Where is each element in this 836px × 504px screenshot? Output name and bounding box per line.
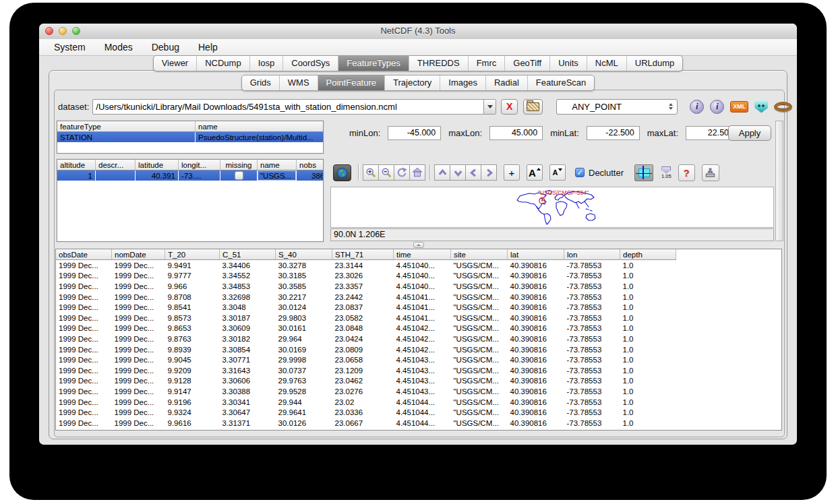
save-image-button[interactable] (702, 164, 719, 181)
pan-down-button[interactable] (450, 164, 466, 181)
font-decrease-button[interactable]: A (549, 164, 566, 181)
info2-button[interactable]: i (710, 100, 724, 114)
menu-system[interactable]: System (44, 40, 95, 55)
feature-type-select[interactable]: ANY_POINT (556, 99, 678, 115)
zoom-in-button[interactable] (363, 164, 379, 181)
table-row[interactable]: 1999 Dec...1999 Dec...9.86533.3060930.01… (56, 323, 676, 334)
max-lon-field[interactable] (489, 126, 543, 140)
apply-button[interactable]: Apply (728, 125, 771, 141)
tab-pointfeature[interactable]: PointFeature (318, 75, 384, 90)
pan-up-button[interactable] (434, 164, 450, 181)
tab-fmrc[interactable]: Fmrc (468, 56, 505, 71)
map-scale-button[interactable]: 1.05 (661, 166, 671, 179)
col-latitude[interactable]: latitude (136, 160, 179, 170)
tab-ncml[interactable]: NcML (587, 56, 626, 71)
col-t-20[interactable]: T_20 (165, 249, 220, 260)
tab-urldump[interactable]: URLdump (626, 56, 683, 71)
clear-dataset-button[interactable]: X (501, 99, 518, 115)
dataset-combobox[interactable] (92, 99, 496, 115)
redo-zoom-button[interactable] (394, 164, 410, 181)
menu-modes[interactable]: Modes (95, 40, 142, 55)
dataset-input[interactable] (93, 100, 483, 114)
font-increase-button[interactable]: A (527, 164, 543, 181)
col-name[interactable]: name (196, 121, 324, 132)
col-time[interactable]: time (394, 249, 451, 260)
pan-right-button[interactable] (481, 164, 497, 181)
table-row[interactable]: 1999 Dec...1999 Dec...9.97773.3455230.31… (56, 271, 676, 282)
menu-debug[interactable]: Debug (142, 40, 189, 55)
declutter-checkbox[interactable]: ✓ (575, 168, 585, 177)
col-depth[interactable]: depth (620, 249, 676, 260)
min-lon-field[interactable] (388, 126, 441, 140)
zoom-out-button[interactable] (378, 164, 394, 181)
col-nomdate[interactable]: nomDate (112, 249, 165, 260)
tab-geotiff[interactable]: GeoTiff (504, 56, 549, 71)
tab-images[interactable]: Images (440, 75, 485, 90)
table-row[interactable]: 1999 Dec...1999 Dec...9.87633.3018229.96… (56, 334, 676, 344)
tab-coordsys[interactable]: CoordSys (282, 56, 338, 71)
close-button[interactable] (45, 27, 53, 35)
divider-collapse-handle[interactable] (413, 242, 424, 248)
table-row[interactable]: 140.391-73...."USGS...38606 (57, 170, 324, 181)
tab-featuretypes[interactable]: FeatureTypes (338, 56, 409, 71)
pan-left-button[interactable] (465, 164, 481, 181)
shield-badge-icon[interactable] (754, 100, 768, 113)
menu-help[interactable]: Help (189, 40, 227, 55)
col-name[interactable]: name (258, 160, 297, 170)
zoom-button[interactable] (72, 27, 80, 35)
table-row[interactable]: STATIONPsuedoStructure(station)/Multid..… (57, 132, 324, 143)
table-row[interactable]: 1999 Dec...1999 Dec...9.93243.3064729.96… (56, 407, 676, 418)
col-descr[interactable]: descr... (96, 160, 136, 170)
col-lat[interactable]: lat (508, 249, 564, 260)
tab-grids[interactable]: Grids (242, 75, 279, 90)
tab-viewer[interactable]: Viewer (154, 56, 197, 71)
home-button[interactable] (409, 164, 425, 181)
globe-projection-button[interactable] (333, 164, 351, 181)
table-row[interactable]: 1999 Dec...1999 Dec...9.91473.3038829.95… (56, 386, 676, 397)
info-button[interactable]: i (690, 100, 704, 114)
xml-button[interactable]: XML (730, 101, 748, 113)
col-nobs[interactable]: nobs (297, 160, 324, 170)
table-row[interactable]: 1999 Dec...1999 Dec...9.85413.304830.012… (56, 302, 676, 313)
col-longit[interactable]: longit... (179, 160, 220, 170)
table-row[interactable]: 1999 Dec...1999 Dec...9.90453.3077129.99… (56, 354, 676, 365)
split-pane-divider[interactable] (55, 241, 782, 248)
tab-iosp[interactable]: Iosp (249, 56, 283, 71)
col-c-51[interactable]: C_51 (220, 249, 276, 260)
help-button[interactable]: ? (678, 164, 695, 181)
reference-box-button[interactable] (634, 164, 653, 181)
table-row[interactable]: 1999 Dec...1999 Dec...9.89393.3085430.01… (56, 344, 676, 355)
add-button[interactable]: + (504, 164, 520, 181)
min-lat-field[interactable] (587, 126, 640, 140)
table-row[interactable]: 1999 Dec...1999 Dec...9.87083.3269830.22… (56, 292, 676, 303)
table-row[interactable]: 1999 Dec...1999 Dec...9.96163.3137130.01… (56, 418, 676, 429)
col-altitude[interactable]: altitude (57, 160, 96, 170)
col-missing[interactable]: missing (220, 160, 258, 170)
tab-radial[interactable]: Radial (485, 75, 527, 90)
missing-checkbox[interactable] (235, 171, 243, 180)
map-canvas[interactable]: "USGS/CMGP-594" (330, 187, 774, 228)
tab-thredds[interactable]: THREDDS (409, 56, 468, 71)
ring-icon[interactable] (774, 102, 792, 112)
col-lon[interactable]: lon (564, 249, 620, 260)
table-row[interactable]: 1999 Dec...1999 Dec...9.85733.3018729.98… (56, 313, 676, 323)
table-row[interactable]: 1999 Dec...1999 Dec...9.9663.3485330.358… (56, 281, 676, 292)
tab-trajectory[interactable]: Trajectory (384, 75, 440, 90)
dataset-dropdown-button[interactable] (483, 100, 496, 114)
open-file-button[interactable] (523, 99, 543, 115)
col-s-40[interactable]: S_40 (276, 249, 332, 260)
col-obsdate[interactable]: obsDate (56, 249, 112, 260)
col-site[interactable]: site (451, 249, 508, 260)
table-row[interactable]: 1999 Dec...1999 Dec...9.91963.3034129.94… (56, 397, 676, 408)
col-sth-71[interactable]: STH_71 (332, 249, 394, 260)
map-panel-scrollbar[interactable] (775, 121, 783, 241)
table-row[interactable]: 1999 Dec...1999 Dec...9.94913.3440630.32… (56, 260, 676, 271)
table-row[interactable]: 1999 Dec...1999 Dec...9.91283.3060629.97… (56, 376, 676, 387)
col-featuretype[interactable]: featureType (57, 121, 196, 132)
tab-units[interactable]: Units (549, 56, 587, 71)
tab-featurescan[interactable]: FeatureScan (527, 75, 594, 90)
table-row[interactable]: 1999 Dec...1999 Dec...9.92093.3164330.07… (56, 365, 676, 376)
tab-wms[interactable]: WMS (279, 75, 318, 90)
minimize-button[interactable] (59, 27, 67, 35)
tab-ncdump[interactable]: NCDump (196, 56, 249, 71)
